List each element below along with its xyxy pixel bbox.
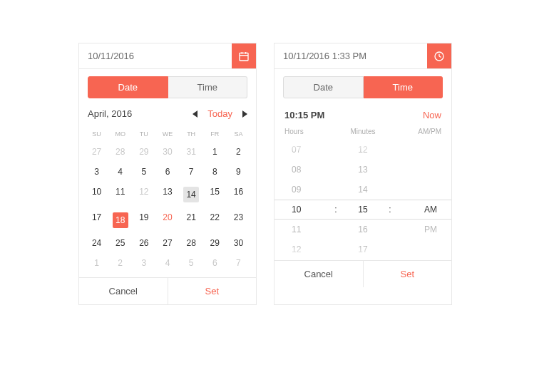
day-cell[interactable]: 6 <box>203 253 227 273</box>
clock-icon <box>433 51 445 62</box>
day-cell[interactable]: 17 <box>85 207 108 233</box>
day-cell[interactable]: 22 <box>203 207 227 233</box>
now-button[interactable]: Now <box>423 110 441 120</box>
day-cell[interactable]: 1 <box>85 253 108 273</box>
prev-month-icon[interactable] <box>193 110 197 118</box>
set-button[interactable]: Set <box>168 278 257 304</box>
day-cell[interactable]: 31 <box>180 142 203 162</box>
day-cell[interactable]: 13 <box>155 182 179 207</box>
date-picker: 10/11/2016 Date Time April, 2016 Today S… <box>78 43 257 305</box>
time-nav: 10:15 PM Now <box>274 104 451 125</box>
day-cell[interactable]: 5 <box>132 162 155 182</box>
spinner-row[interactable]: 0914 <box>274 180 451 200</box>
day-cell[interactable]: 30 <box>227 233 250 253</box>
tab-time[interactable]: Time <box>364 76 443 98</box>
set-button[interactable]: Set <box>364 261 452 287</box>
day-cell[interactable]: 2 <box>108 253 132 273</box>
svg-rect-0 <box>240 53 248 61</box>
day-cell[interactable]: 3 <box>132 253 155 273</box>
day-cell[interactable]: 25 <box>108 233 132 253</box>
day-cell[interactable]: 23 <box>227 207 250 233</box>
clock-button[interactable] <box>427 43 451 68</box>
weekday: TU <box>132 128 155 140</box>
tab-date[interactable]: Date <box>283 76 364 98</box>
datetime-input[interactable]: 10/11/2016 1:33 PM <box>274 43 427 68</box>
svg-line-6 <box>439 56 441 57</box>
spinner-row[interactable]: 1217 <box>274 239 451 259</box>
day-cell[interactable]: 20 <box>155 207 179 233</box>
day-cell[interactable]: 4 <box>108 162 132 182</box>
day-cell[interactable]: 3 <box>85 162 108 182</box>
day-cell[interactable]: 27 <box>155 233 179 253</box>
minutes-label: Minutes <box>337 128 389 135</box>
datetime-picker: 10/11/2016 1:33 PM Date Time 10:15 PM No… <box>274 43 452 305</box>
day-cell[interactable]: 19 <box>132 207 155 233</box>
spinner-row[interactable]: 10:15:AM <box>274 200 451 220</box>
day-cell[interactable]: 8 <box>203 162 227 182</box>
next-month-icon[interactable] <box>242 110 247 118</box>
today-button[interactable]: Today <box>203 108 237 119</box>
day-cell[interactable]: 27 <box>85 142 108 162</box>
day-cell[interactable]: 7 <box>227 253 250 273</box>
day-cell[interactable]: 10 <box>85 182 108 207</box>
day-cell[interactable]: 16 <box>227 182 250 207</box>
date-input[interactable]: 10/11/2016 <box>79 43 232 68</box>
day-cell[interactable]: 6 <box>155 162 179 182</box>
weekday: FR <box>203 128 227 140</box>
day-cell[interactable]: 4 <box>155 253 179 273</box>
month-label: April, 2016 <box>88 108 132 119</box>
tabs: Date Time <box>79 69 256 104</box>
day-cell[interactable]: 5 <box>180 253 203 273</box>
picker-header: 10/11/2016 1:33 PM <box>274 43 451 69</box>
footer: Cancel Set <box>274 260 451 287</box>
spinner-row[interactable]: 0813 <box>274 160 451 180</box>
day-cell[interactable]: 15 <box>203 182 227 207</box>
weekday: TH <box>180 128 203 140</box>
day-cell[interactable]: 28 <box>108 142 132 162</box>
weekday: MO <box>108 128 132 140</box>
picker-header: 10/11/2016 <box>79 43 256 69</box>
month-nav: April, 2016 Today <box>79 104 256 125</box>
day-cell[interactable]: 14 <box>180 182 203 207</box>
day-cell[interactable]: 1 <box>203 142 227 162</box>
day-cell[interactable]: 29 <box>132 142 155 162</box>
day-cell[interactable]: 2 <box>227 142 250 162</box>
day-cell[interactable]: 11 <box>108 182 132 207</box>
ampm-label: AM/PM <box>389 128 441 135</box>
day-cell[interactable]: 9 <box>227 162 250 182</box>
calendar-icon <box>238 51 250 62</box>
calendar-button[interactable] <box>232 43 256 68</box>
day-cell[interactable]: 7 <box>180 162 203 182</box>
day-cell[interactable]: 28 <box>180 233 203 253</box>
day-grid: 2728293031123456789101112131415161718192… <box>79 142 256 277</box>
spinner-header: Hours Minutes AM/PM <box>274 125 451 140</box>
tab-date[interactable]: Date <box>88 76 168 98</box>
day-cell[interactable]: 24 <box>85 233 108 253</box>
spinner-row[interactable]: 1116PM <box>274 220 451 239</box>
day-cell[interactable]: 12 <box>132 182 155 207</box>
weekday-header: SUMOTUWETHFRSA <box>79 125 256 142</box>
weekday: WE <box>155 128 179 140</box>
tabs: Date Time <box>274 69 451 104</box>
cancel-button[interactable]: Cancel <box>274 261 364 287</box>
spinner-row[interactable]: 0712 <box>274 140 451 160</box>
weekday: SA <box>227 128 250 140</box>
footer: Cancel Set <box>79 277 256 304</box>
hours-label: Hours <box>284 128 337 135</box>
weekday: SU <box>85 128 108 140</box>
day-cell[interactable]: 30 <box>155 142 179 162</box>
cancel-button[interactable]: Cancel <box>79 278 168 304</box>
day-cell[interactable]: 18 <box>108 207 132 233</box>
day-cell[interactable]: 26 <box>132 233 155 253</box>
time-spinner[interactable]: 07120813091410:15:AM1116PM1217 <box>274 140 451 259</box>
time-value: 10:15 PM <box>284 110 324 120</box>
day-cell[interactable]: 29 <box>203 233 227 253</box>
day-cell[interactable]: 21 <box>180 207 203 233</box>
tab-time[interactable]: Time <box>168 76 248 98</box>
